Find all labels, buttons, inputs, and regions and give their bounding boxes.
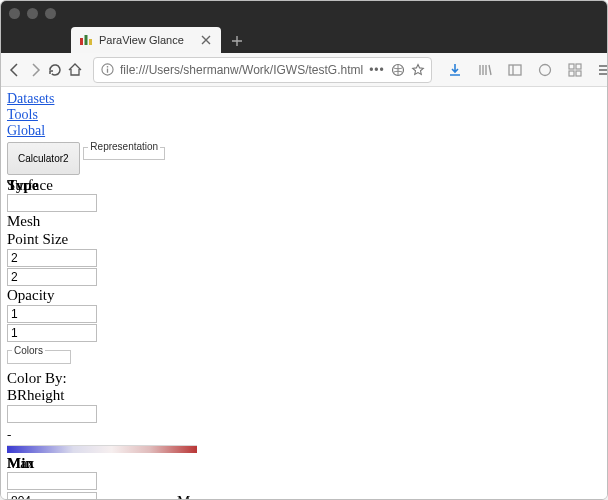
min-input[interactable] [7,472,97,490]
pointsize-stepper[interactable] [7,268,97,286]
window-controls [9,8,56,19]
url-text: file:///Users/shermanw/Work/IGWS/testG.h… [120,63,363,77]
svg-rect-11 [576,64,581,69]
range-value-input[interactable] [7,492,97,499]
minimize-window-icon[interactable] [27,8,38,19]
opacity-text[interactable] [7,305,97,323]
tab-title: ParaView Glance [99,34,193,46]
tab-strip: ParaView Glance [1,25,607,53]
browser-window: ParaView Glance file:///Users/shermanw/W… [0,0,608,500]
reader-mode-icon[interactable] [391,63,405,77]
type-value: Surface [7,177,53,194]
nav-global[interactable]: Global [7,123,601,139]
page-info-icon[interactable] [100,63,114,77]
forward-button[interactable] [27,57,43,83]
svg-rect-7 [509,65,521,75]
nav-tools[interactable]: Tools [7,107,601,123]
protection-icon[interactable] [532,57,558,83]
minmax-stack: Min Max [7,455,601,471]
url-bar[interactable]: file:///Users/shermanw/Work/IGWS/testG.h… [93,57,432,83]
max-label: Max [177,493,205,499]
menu-icon[interactable] [592,57,608,83]
opacity-label: Opacity [7,287,601,304]
page-content: Datasets Tools Global Calculator2 Repres… [1,87,607,499]
new-tab-button[interactable] [225,29,249,53]
max-overlap: Max [7,455,35,472]
module-button-calculator2[interactable]: Calculator2 [7,142,80,176]
pointsize-label: Point Size [7,231,601,248]
svg-rect-12 [569,71,574,76]
back-button[interactable] [7,57,23,83]
extensions-icon[interactable] [562,57,588,83]
svg-rect-5 [106,69,107,73]
svg-rect-2 [89,39,92,45]
colorby-label: Color By: [7,370,601,387]
module-calculator2: Calculator2 Representation Type Surface … [7,139,601,499]
svg-point-9 [539,64,550,75]
home-button[interactable] [67,57,83,83]
representation-legend: Representation [88,141,160,153]
svg-rect-13 [576,71,581,76]
library-icon[interactable] [472,57,498,83]
opacity-stepper[interactable] [7,324,97,342]
representation-box: Representation [83,141,165,160]
pointsize-text[interactable] [7,249,97,267]
toolbar-right [442,57,608,83]
mesh-label: Mesh [7,213,601,230]
page-actions-icon[interactable]: ••• [369,63,385,77]
svg-point-4 [106,66,108,68]
colors-box: Colors [7,345,71,364]
svg-rect-0 [80,38,83,45]
nav-datasets[interactable]: Datasets [7,91,601,107]
colorby-input[interactable] [7,405,97,423]
zoom-window-icon[interactable] [45,8,56,19]
downloads-icon[interactable] [442,57,468,83]
close-window-icon[interactable] [9,8,20,19]
favicon-icon [79,33,93,47]
svg-rect-10 [569,64,574,69]
bookmark-star-icon[interactable] [411,63,425,77]
svg-rect-1 [85,35,88,45]
colors-legend: Colors [12,345,45,357]
sidebar-icon[interactable] [502,57,528,83]
colorby-value: BRheight [7,387,601,404]
tab-close-icon[interactable] [199,33,213,47]
reload-button[interactable] [47,57,63,83]
tab-paraview-glance[interactable]: ParaView Glance [71,27,221,53]
titlebar [1,1,607,25]
color-gradient [7,445,197,453]
browser-toolbar: file:///Users/shermanw/Work/IGWS/testG.h… [1,53,607,87]
type-stack: Type Surface [7,177,601,193]
type-input[interactable] [7,194,97,212]
